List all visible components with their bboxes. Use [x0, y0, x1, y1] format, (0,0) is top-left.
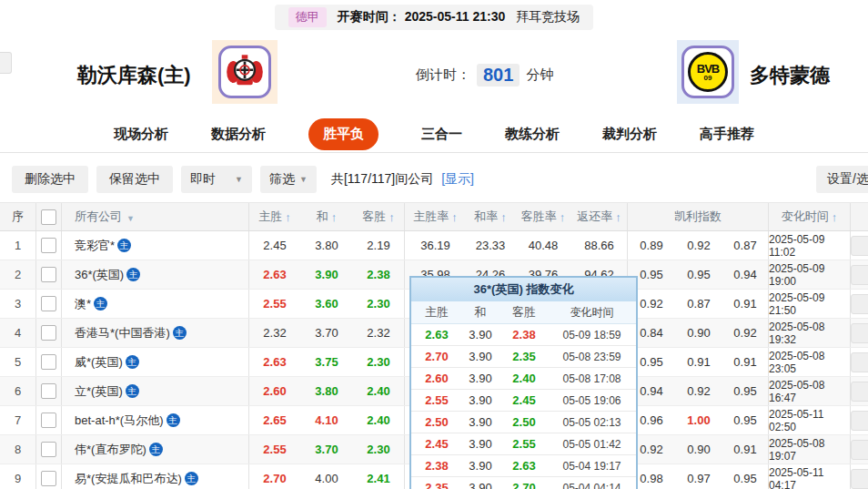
draw-odds[interactable]: 4.10 — [300, 406, 353, 434]
header-draw-odds[interactable]: 和 — [300, 203, 353, 230]
company-name[interactable]: bet-at-h*(马尔他) — [75, 413, 164, 429]
row-action-button[interactable] — [851, 265, 868, 285]
tab-coach-analysis[interactable]: 教练分析 — [505, 126, 560, 143]
row-checkbox[interactable] — [41, 238, 56, 253]
popup-home-odds: 2.50 — [411, 412, 462, 433]
away-odds[interactable]: 2.32 — [353, 319, 405, 347]
row-checkbox-cell — [36, 231, 62, 260]
tab-live-analysis[interactable]: 现场分析 — [114, 126, 168, 143]
popup-home-odds: 2.35 — [411, 477, 462, 489]
sort-asc-icon — [449, 210, 458, 224]
company-name[interactable]: 立*(英国) — [75, 383, 123, 400]
row-action-button[interactable] — [851, 236, 868, 256]
popup-row: 2.55 3.90 2.45 05-05 19:06 — [411, 390, 636, 412]
home-odds[interactable]: 2.65 — [249, 406, 300, 434]
home-odds[interactable]: 2.63 — [249, 260, 300, 289]
show-link[interactable]: [显示] — [441, 171, 474, 188]
home-odds[interactable]: 2.70 — [249, 464, 300, 489]
tab-expert-picks[interactable]: 高手推荐 — [700, 126, 754, 143]
header-change-time[interactable]: 变化时间 — [769, 203, 851, 230]
away-odds[interactable]: 2.41 — [353, 464, 405, 489]
row-checkbox[interactable] — [41, 267, 56, 282]
row-checkbox[interactable] — [41, 383, 56, 399]
row-action-button[interactable] — [851, 411, 868, 431]
row-action-button[interactable] — [851, 382, 868, 402]
draw-odds[interactable]: 3.80 — [300, 377, 353, 405]
popup-row: 2.45 3.90 2.55 05-05 01:42 — [411, 433, 636, 455]
row-checkbox-cell — [36, 319, 62, 347]
header-home-rate[interactable]: 主胜率 — [405, 203, 466, 230]
away-odds[interactable]: 2.40 — [353, 377, 405, 405]
company-name[interactable]: 威*(英国) — [75, 354, 123, 371]
row-action-cell — [851, 464, 868, 489]
tab-data-analysis[interactable]: 数据分析 — [211, 126, 266, 143]
row-action-button[interactable] — [851, 352, 868, 372]
header-draw-rate[interactable]: 和率 — [466, 203, 515, 230]
row-checkbox[interactable] — [41, 413, 56, 428]
away-odds[interactable]: 2.40 — [353, 406, 405, 434]
company-name[interactable]: 易*(安提瓜和巴布达) — [75, 471, 182, 487]
draw-odds[interactable]: 3.70 — [300, 319, 353, 347]
settings-select-columns-button[interactable]: 设置/选择 — [816, 166, 868, 193]
away-odds[interactable]: 2.38 — [353, 260, 405, 289]
home-odds[interactable]: 2.55 — [249, 290, 300, 318]
row-action-button[interactable] — [851, 440, 868, 460]
countdown-value: 801 — [477, 64, 520, 87]
header-home-odds[interactable]: 主胜 — [249, 203, 300, 230]
company-name[interactable]: 澳* — [75, 296, 91, 312]
side-widget-handle[interactable] — [0, 52, 12, 74]
tab-referee-analysis[interactable]: 裁判分析 — [602, 126, 657, 143]
row-index: 2 — [0, 260, 36, 289]
header-away-odds[interactable]: 客胜 — [353, 203, 405, 230]
row-checkbox[interactable] — [41, 442, 56, 457]
draw-odds[interactable]: 3.60 — [300, 290, 353, 318]
keep-selected-button[interactable]: 保留选中 — [96, 166, 173, 193]
away-odds[interactable]: 2.19 — [353, 231, 405, 260]
draw-odds[interactable]: 4.00 — [300, 464, 353, 489]
row-checkbox-cell — [36, 464, 62, 489]
home-odds[interactable]: 2.63 — [249, 348, 300, 376]
row-action-button[interactable] — [851, 323, 868, 343]
kelly-draw: 0.95 — [675, 260, 722, 289]
draw-odds[interactable]: 3.80 — [300, 231, 353, 260]
row-checkbox[interactable] — [41, 296, 56, 311]
row-checkbox[interactable] — [41, 354, 56, 370]
tab-win-draw-lose[interactable]: 胜平负 — [308, 118, 378, 150]
row-checkbox[interactable] — [41, 325, 56, 341]
draw-odds[interactable]: 3.75 — [300, 348, 353, 376]
company-name[interactable]: 伟*(直布罗陀) — [75, 442, 146, 458]
home-odds[interactable]: 2.55 — [249, 435, 300, 464]
kelly-away: 0.95 — [722, 377, 769, 405]
row-action-button[interactable] — [851, 294, 868, 314]
popup-draw-odds: 3.90 — [462, 455, 499, 476]
away-odds[interactable]: 2.30 — [353, 348, 405, 376]
header-away-rate[interactable]: 客胜率 — [515, 203, 571, 230]
tab-three-in-one[interactable]: 三合一 — [421, 126, 462, 143]
draw-odds[interactable]: 3.90 — [300, 260, 353, 289]
header-payout-rate[interactable]: 返还率 — [571, 203, 628, 230]
delete-selected-button[interactable]: 删除选中 — [12, 166, 88, 193]
home-odds[interactable]: 2.45 — [249, 231, 300, 260]
home-odds[interactable]: 2.60 — [249, 377, 300, 405]
filter-select[interactable]: 筛选 ▼ — [260, 166, 317, 193]
away-odds[interactable]: 2.30 — [353, 435, 405, 464]
kelly-home: 0.89 — [628, 231, 675, 260]
away-odds[interactable]: 2.30 — [353, 290, 405, 318]
select-all-checkbox[interactable] — [41, 209, 56, 225]
company-name[interactable]: 竞彩官* — [75, 238, 115, 254]
company-name[interactable]: 香港马*(中国香港) — [75, 325, 170, 341]
odds-change-popup: 36*(英国) 指数变化 主胜 和 客胜 变化时间 2.63 3.90 2.38… — [409, 276, 638, 489]
header-company[interactable]: 所有公司 — [62, 203, 249, 230]
row-action-button[interactable] — [851, 469, 868, 489]
popup-draw-odds: 3.90 — [462, 346, 499, 367]
header-action — [851, 203, 868, 230]
company-name[interactable]: 36*(英国) — [75, 267, 124, 283]
home-odds[interactable]: 2.32 — [249, 319, 300, 347]
time-mode-select[interactable]: 即时 ▼ — [181, 166, 252, 193]
row-checkbox[interactable] — [41, 471, 56, 486]
draw-odds[interactable]: 3.70 — [300, 435, 353, 464]
home-rate: 36.19 — [405, 231, 466, 260]
row-checkbox-cell — [36, 348, 62, 376]
table-header-row: 序 所有公司 主胜 和 客胜 主胜率 和率 客胜率 返还率 凯利指数 变化时间 — [0, 202, 868, 231]
popup-draw-odds: 3.90 — [462, 368, 499, 389]
